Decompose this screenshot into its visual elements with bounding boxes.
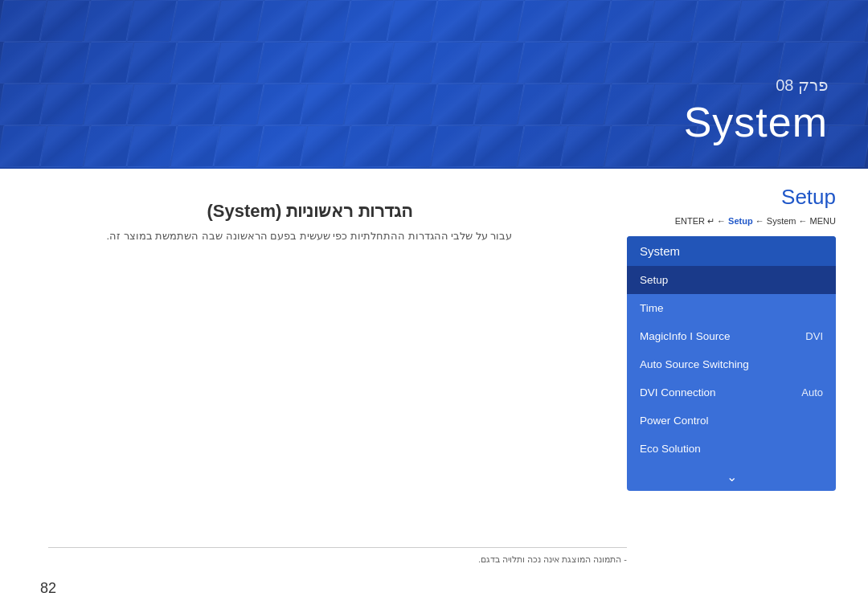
- menu-item-power[interactable]: Power Control: [627, 407, 836, 435]
- menu-item-magicinfo-label: MagicInfo I Source: [640, 330, 731, 342]
- bottom-note: - התמונה המוצגת אינה נכה ותלויה בדגם.: [48, 547, 627, 565]
- breadcrumb-setup: Setup: [728, 216, 753, 226]
- page-subtitle-hebrew: עבור על שלבי ההגדרות ההתחלתיות כפי שעשית…: [107, 228, 513, 244]
- header-banner: פרק 08 System: [0, 0, 868, 169]
- breadcrumb-system: System: [767, 216, 796, 226]
- menu-item-magicinfo-value: DVI: [805, 330, 823, 342]
- menu-chevron-down[interactable]: ⌄: [627, 463, 836, 491]
- page-title: System: [684, 98, 828, 146]
- menu-item-setup[interactable]: Setup: [627, 266, 836, 294]
- breadcrumb-arrow1: ←: [753, 216, 767, 226]
- menu-item-time[interactable]: Time: [627, 294, 836, 322]
- main-content: הגדרות ראשוניות (System) עבור על שלבי הה…: [0, 169, 868, 613]
- menu-item-auto-source-label: Auto Source Switching: [640, 358, 749, 370]
- menu-item-dvi-label: DVI Connection: [640, 386, 716, 398]
- chapter-label: פרק 08: [684, 76, 828, 95]
- breadcrumb-menu: MENU: [810, 216, 836, 226]
- menu-item-time-label: Time: [640, 302, 664, 314]
- breadcrumb-enter: ENTER ↵ ←: [675, 216, 728, 226]
- menu-item-auto-source[interactable]: Auto Source Switching: [627, 350, 836, 378]
- left-area: הגדרות ראשוניות (System) עבור על שלבי הה…: [0, 169, 619, 613]
- menu-item-setup-label: Setup: [640, 274, 668, 286]
- page-title-section: הגדרות ראשוניות (System) עבור על שלבי הה…: [107, 201, 513, 244]
- header-text: פרק 08 System: [684, 76, 828, 146]
- system-menu-header: System: [627, 236, 836, 266]
- page-title-hebrew: הגדרות ראשוניות (System): [107, 201, 513, 222]
- breadcrumb-arrow2: ←: [796, 216, 809, 226]
- setup-heading: Setup: [627, 185, 836, 210]
- menu-item-power-label: Power Control: [640, 415, 709, 427]
- menu-item-dvi-value: Auto: [801, 386, 823, 398]
- menu-item-eco[interactable]: Eco Solution: [627, 435, 836, 463]
- menu-item-magicinfo[interactable]: MagicInfo I Source DVI: [627, 322, 836, 350]
- system-menu-panel: System Setup Time MagicInfo I Source DVI…: [627, 236, 836, 491]
- menu-item-eco-label: Eco Solution: [640, 443, 701, 455]
- page-number: 82: [40, 580, 56, 597]
- breadcrumb: ENTER ↵ ← Setup ← System ← MENU: [627, 216, 836, 227]
- right-panel: Setup ENTER ↵ ← Setup ← System ← MENU Sy…: [619, 169, 868, 613]
- menu-item-dvi[interactable]: DVI Connection Auto: [627, 378, 836, 407]
